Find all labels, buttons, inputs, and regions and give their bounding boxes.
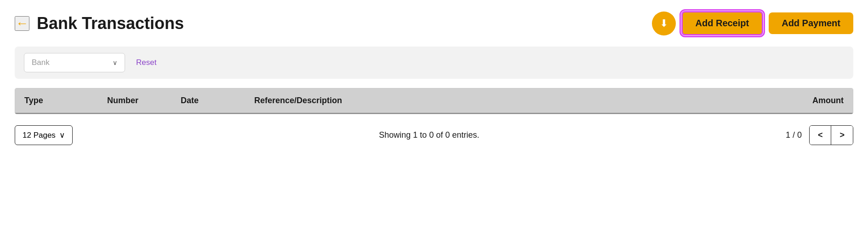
back-button[interactable]: ← (15, 16, 29, 31)
add-payment-button[interactable]: Add Payment (769, 12, 853, 34)
next-page-button[interactable]: > (831, 126, 853, 145)
col-reference: Reference/Description (245, 88, 752, 113)
add-receipt-button[interactable]: Add Receipt (681, 11, 764, 35)
page-counter: 1 / 0 (786, 130, 802, 140)
col-type: Type (15, 88, 98, 113)
col-number: Number (98, 88, 171, 113)
showing-text: Showing 1 to 0 of 0 entries. (379, 130, 479, 140)
header-left: ← Bank Transactions (15, 14, 184, 33)
page-title: Bank Transactions (37, 14, 184, 33)
header-actions: ⬇ Add Receipt Add Payment (652, 11, 854, 35)
col-date: Date (171, 88, 245, 113)
bank-select[interactable]: Bank ∨ (24, 53, 125, 72)
pagination-bar: 12 Pages ∨ Showing 1 to 0 of 0 entries. … (15, 123, 853, 147)
pagination-right: 1 / 0 < > (786, 125, 853, 145)
pages-chevron-icon: ∨ (59, 130, 65, 140)
download-icon: ⬇ (660, 18, 668, 29)
transactions-table: Type Number Date Reference/Description A… (15, 88, 853, 114)
header: ← Bank Transactions ⬇ Add Receipt Add Pa… (15, 11, 853, 35)
chevron-down-icon: ∨ (113, 59, 117, 66)
download-button[interactable]: ⬇ (652, 12, 676, 35)
prev-page-button[interactable]: < (810, 126, 832, 145)
pages-label: 12 Pages (23, 131, 56, 140)
page-container: ← Bank Transactions ⬇ Add Receipt Add Pa… (0, 0, 868, 234)
pages-select[interactable]: 12 Pages ∨ (15, 125, 73, 145)
table-header: Type Number Date Reference/Description A… (15, 88, 853, 114)
bank-select-label: Bank (32, 58, 109, 67)
reset-button[interactable]: Reset (136, 58, 156, 67)
col-amount: Amount (752, 88, 853, 113)
nav-buttons: < > (809, 125, 853, 145)
filter-bar: Bank ∨ Reset (15, 47, 853, 79)
